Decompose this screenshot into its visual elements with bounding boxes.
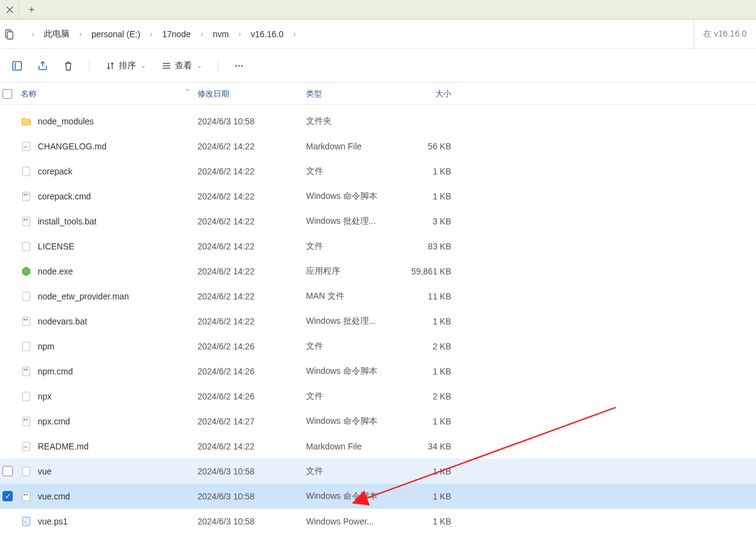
file-icon (21, 166, 32, 177)
file-row[interactable]: node.exe2024/6/2 14:22应用程序59,861 KB (0, 259, 756, 284)
file-type: Windows 批处理... (306, 316, 398, 327)
breadcrumb-item[interactable]: v16.16.0 (249, 27, 285, 41)
file-date: 2024/6/2 14:22 (198, 166, 306, 176)
svg-text:M↓: M↓ (24, 145, 29, 149)
file-name: nodevars.bat (38, 317, 87, 326)
file-row[interactable]: npx2024/6/2 14:26文件2 KB (0, 384, 756, 409)
file-row[interactable]: npm2024/6/2 14:26文件2 KB (0, 334, 756, 359)
file-row[interactable]: node_modules2024/6/3 10:58文件夹 (0, 109, 756, 134)
file-date: 2024/6/2 14:22 (198, 266, 306, 276)
chevron-right-icon[interactable]: › (71, 30, 90, 38)
svg-point-32 (24, 493, 26, 495)
file-icon (21, 241, 32, 252)
file-size: 2 KB (398, 342, 451, 351)
file-type: MAN 文件 (306, 291, 398, 302)
file-row[interactable]: vue2024/6/3 10:58文件1 KB (0, 459, 756, 484)
file-row[interactable]: corepack2024/6/2 14:22文件1 KB (0, 159, 756, 184)
chevron-right-icon[interactable]: › (192, 30, 212, 38)
file-row[interactable]: node_etw_provider.man2024/6/2 14:22MAN 文… (0, 284, 756, 309)
file-name: npm.cmd (38, 367, 73, 376)
file-name: install_tools.bat (38, 216, 97, 226)
file-name: vue (38, 467, 52, 476)
svg-point-18 (24, 318, 26, 320)
file-size: 1 KB (398, 492, 451, 501)
chevron-right-icon[interactable]: › (141, 30, 161, 38)
chevron-right-icon[interactable]: › (285, 30, 304, 38)
file-icon (21, 391, 32, 402)
svg-rect-1 (7, 32, 13, 39)
svg-point-5 (241, 65, 243, 66)
file-row[interactable]: vue.cmd2024/6/3 10:58Windows 命令脚本1 KB (0, 484, 756, 509)
tab-add-button[interactable]: + (20, 0, 44, 20)
file-row[interactable]: npm.cmd2024/6/2 14:26Windows 命令脚本1 KB (0, 359, 756, 384)
file-row[interactable]: install_tools.bat2024/6/2 14:22Windows 批… (0, 209, 756, 234)
svg-rect-24 (23, 392, 30, 401)
file-row[interactable]: >_vue.ps12024/6/3 10:58Windows Power...1… (0, 509, 756, 534)
file-date: 2024/6/2 14:26 (198, 342, 306, 351)
view-button[interactable]: 查看 ⌄ (155, 57, 208, 75)
column-header-name[interactable]: 名称 ⌃ (21, 88, 198, 99)
cmd-icon (21, 316, 32, 327)
search-input[interactable]: 在 v16.16.0 (694, 20, 756, 48)
share-button[interactable] (32, 55, 54, 77)
file-type: Windows 批处理... (306, 216, 398, 227)
md-icon: M↓ (21, 141, 32, 152)
file-date: 2024/6/2 14:22 (198, 216, 306, 226)
delete-button[interactable] (57, 55, 79, 77)
file-size: 1 KB (398, 417, 451, 426)
rename-button[interactable] (6, 55, 28, 77)
column-header-date[interactable]: 修改日期 (198, 88, 306, 99)
location-icon[interactable] (2, 27, 16, 41)
row-checkbox[interactable] (2, 466, 13, 476)
file-name: corepack.cmd (38, 191, 91, 201)
chevron-right-icon[interactable]: › (230, 30, 249, 38)
chevron-right-icon[interactable]: › (23, 30, 43, 38)
file-size: 1 KB (398, 166, 451, 176)
chevron-down-icon: ⌄ (197, 62, 202, 69)
tab-close-button[interactable] (0, 0, 20, 20)
breadcrumb-item[interactable]: nvm (212, 27, 230, 41)
file-row[interactable]: LICENSE2024/6/2 14:22文件83 KB (0, 234, 756, 259)
svg-point-33 (26, 493, 28, 495)
svg-point-13 (24, 218, 26, 220)
file-list: node_modules2024/6/3 10:58文件夹M↓CHANGELOG… (0, 105, 756, 534)
file-row[interactable]: M↓CHANGELOG.md2024/6/2 14:22Markdown Fil… (0, 134, 756, 159)
cmd-icon (21, 416, 32, 427)
file-name: node_modules (38, 116, 94, 126)
row-checkbox[interactable] (2, 491, 13, 501)
file-date: 2024/6/3 10:58 (198, 116, 306, 126)
tab-bar: + (0, 0, 756, 20)
file-name: node_etw_provider.man (38, 292, 129, 301)
file-size: 1 KB (398, 317, 451, 326)
column-header-size[interactable]: 大小 (398, 88, 451, 99)
file-row[interactable]: corepack.cmd2024/6/2 14:22Windows 命令脚本1 … (0, 184, 756, 209)
file-date: 2024/6/3 10:58 (198, 517, 306, 526)
breadcrumb-item[interactable]: personal (E:) (90, 27, 141, 41)
select-all-checkbox[interactable] (2, 89, 12, 99)
file-type: Markdown File (306, 141, 398, 151)
file-type: Windows 命令脚本 (306, 416, 398, 427)
sort-button[interactable]: 排序 ⌄ (99, 57, 152, 75)
file-name: npx.cmd (38, 417, 70, 426)
file-row[interactable]: npx.cmd2024/6/2 14:27Windows 命令脚本1 KB (0, 409, 756, 434)
svg-point-4 (238, 65, 240, 66)
file-row[interactable]: M↓README.md2024/6/2 14:22Markdown File34… (0, 434, 756, 459)
file-date: 2024/6/2 14:26 (198, 367, 306, 376)
column-header-type[interactable]: 类型 (306, 88, 398, 99)
file-size: 59,861 KB (398, 266, 451, 276)
file-icon (21, 291, 32, 302)
separator (218, 59, 218, 73)
svg-rect-17 (23, 317, 30, 326)
share-icon (37, 60, 49, 72)
close-icon (6, 6, 13, 13)
svg-rect-21 (23, 367, 30, 376)
file-type: Windows 命令脚本 (306, 191, 398, 202)
file-row[interactable]: nodevars.bat2024/6/2 14:22Windows 批处理...… (0, 309, 756, 334)
breadcrumb-item[interactable]: 此电脑 (43, 26, 71, 42)
more-button[interactable] (228, 55, 250, 77)
svg-rect-2 (13, 62, 21, 70)
file-type: 应用程序 (306, 266, 398, 277)
cmd-icon (21, 216, 32, 227)
svg-rect-25 (23, 417, 30, 426)
breadcrumb-item[interactable]: 17node (161, 27, 192, 41)
